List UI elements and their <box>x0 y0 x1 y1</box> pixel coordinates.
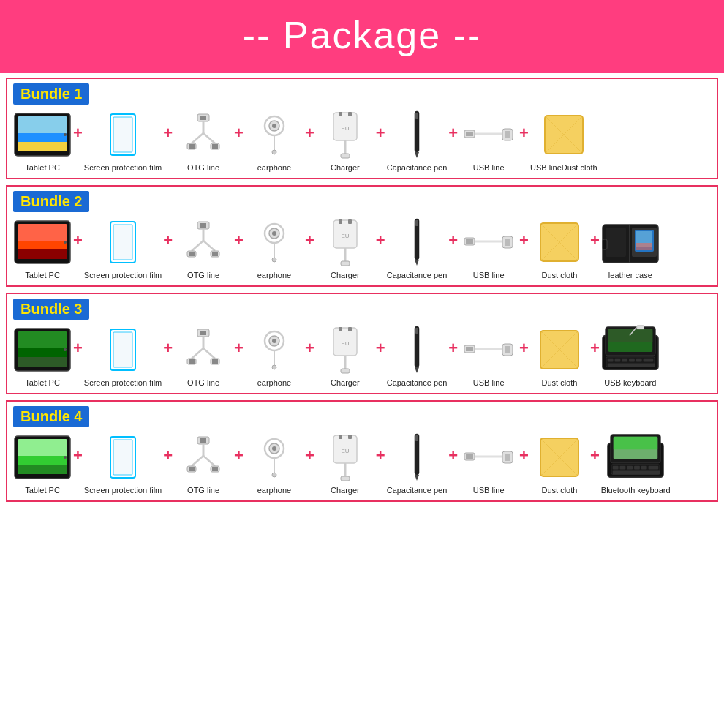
svg-point-18 <box>272 124 276 128</box>
bundle-1-label: Bundle 1 <box>13 83 89 105</box>
item-otg: OTG line <box>174 109 233 172</box>
item-earphone-image <box>245 324 303 375</box>
svg-rect-78 <box>606 228 626 257</box>
plus-separator: + <box>376 446 385 480</box>
svg-line-11 <box>203 133 215 143</box>
svg-rect-13 <box>189 144 195 149</box>
plus-separator: + <box>590 231 600 265</box>
item-charger: EU Charger <box>316 432 374 495</box>
item-otg-image <box>174 109 233 160</box>
item-pen-label: Capacitance pen <box>387 486 448 495</box>
plus-separator: + <box>519 231 529 265</box>
item-cloth-label: Dust cloth <box>542 271 578 279</box>
svg-point-156 <box>272 473 276 477</box>
svg-rect-135 <box>637 326 644 329</box>
item-otg-label: OTG line <box>187 163 219 172</box>
item-usbkeyboard-image <box>601 324 660 375</box>
bundle-2: Bundle 2 Tablet PC+ Screen protection fi… <box>6 185 718 287</box>
svg-rect-183 <box>641 466 647 470</box>
item-tablet-image <box>13 324 72 375</box>
plus-separator: + <box>448 339 458 372</box>
item-tablet-image <box>13 432 72 483</box>
svg-marker-29 <box>415 152 419 158</box>
svg-rect-170 <box>505 454 510 461</box>
svg-line-147 <box>203 456 215 466</box>
item-tablet: Tablet PC <box>13 324 72 387</box>
item-charger-label: Charger <box>331 486 360 495</box>
svg-rect-139 <box>18 465 67 474</box>
item-charger: EU Charger <box>316 324 374 387</box>
item-film-label: Screen protection film <box>84 378 162 387</box>
svg-rect-128 <box>614 359 620 362</box>
svg-rect-142 <box>113 440 132 475</box>
plus-separator: + <box>73 124 83 157</box>
item-usb: USB line <box>459 324 518 387</box>
item-pen: Capacitance pen <box>387 432 448 495</box>
svg-rect-61 <box>348 219 352 224</box>
svg-point-20 <box>272 150 276 154</box>
item-tablet-label: Tablet PC <box>25 163 60 172</box>
svg-rect-132 <box>643 359 653 362</box>
svg-rect-34 <box>505 131 510 138</box>
plus-separator: + <box>376 231 385 265</box>
svg-point-102 <box>272 339 276 343</box>
bundle-4-items: Tablet PC+ Screen protection film+ OTG l… <box>7 429 717 500</box>
item-otg-label: OTG line <box>187 378 219 387</box>
item-usb: USB line <box>459 432 518 495</box>
svg-rect-118 <box>505 346 510 353</box>
svg-rect-125 <box>608 329 652 342</box>
svg-line-48 <box>192 241 203 251</box>
bundles-container: Bundle 1 Tablet PC+ Screen protection fi… <box>0 73 724 514</box>
plus-separator: + <box>163 339 173 372</box>
item-pen-label: Capacitance pen <box>387 163 448 172</box>
svg-line-95 <box>203 348 215 359</box>
svg-rect-133 <box>608 364 655 367</box>
svg-rect-151 <box>212 467 218 471</box>
plus-separator: + <box>163 124 173 157</box>
plus-separator: + <box>305 124 314 157</box>
svg-rect-180 <box>620 466 626 470</box>
item-cloth-label: USB lineDust cloth <box>530 163 597 172</box>
item-pen: Capacitance pen <box>387 109 448 172</box>
svg-rect-149 <box>189 467 195 471</box>
plus-separator: + <box>305 446 314 480</box>
svg-line-49 <box>203 241 215 251</box>
item-charger-label: Charger <box>331 378 360 387</box>
svg-marker-165 <box>415 475 419 481</box>
svg-point-56 <box>272 231 276 236</box>
item-cloth: Dust cloth <box>530 432 589 495</box>
svg-rect-99 <box>212 359 218 364</box>
item-usb-label: USB line <box>473 271 505 279</box>
plus-separator: + <box>448 231 458 265</box>
plus-separator: + <box>73 339 83 372</box>
svg-point-4 <box>64 133 67 136</box>
page-header: -- Package -- <box>0 0 724 73</box>
svg-rect-64 <box>341 261 350 266</box>
bundle-3: Bundle 3 Tablet PC+ Screen protection fi… <box>6 293 718 394</box>
plus-separator: + <box>73 446 83 480</box>
plus-separator: + <box>234 446 244 480</box>
svg-rect-131 <box>636 359 642 362</box>
item-charger: EU Charger <box>316 109 374 172</box>
item-usbkeyboard: USB keyboard <box>601 324 660 387</box>
item-pen-image <box>388 109 446 160</box>
item-usbkeyboard-label: USB keyboard <box>604 378 656 387</box>
item-earphone: earphone <box>245 217 303 279</box>
item-film: Screen protection film <box>84 432 162 495</box>
svg-rect-83 <box>603 239 607 249</box>
svg-rect-15 <box>212 144 218 149</box>
svg-point-88 <box>64 348 67 351</box>
item-otg: OTG line <box>174 217 233 279</box>
plus-separator: + <box>163 231 173 265</box>
item-earphone-label: earphone <box>257 486 292 495</box>
item-film: Screen protection film <box>84 324 162 387</box>
svg-rect-66 <box>415 220 418 226</box>
svg-rect-179 <box>613 466 619 470</box>
plus-separator: + <box>519 124 529 157</box>
plus-separator: + <box>448 446 458 480</box>
item-pen: Capacitance pen <box>387 324 448 387</box>
item-pen-image <box>388 324 446 375</box>
plus-separator: + <box>73 231 83 265</box>
svg-rect-182 <box>634 466 640 470</box>
plus-separator: + <box>376 339 385 372</box>
